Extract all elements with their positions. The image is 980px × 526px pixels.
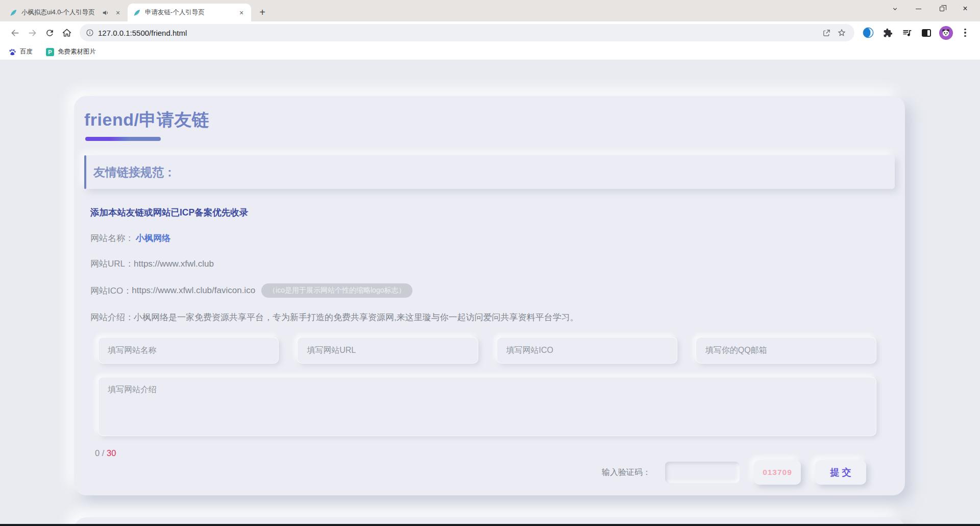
playlist-extension-icon[interactable] (898, 24, 916, 41)
profile-avatar[interactable] (937, 24, 954, 41)
page-title: friend/申请友链 (84, 108, 895, 132)
site-info-icon[interactable] (86, 29, 94, 37)
bookmark-label: 百度 (20, 47, 33, 56)
section-accent-bar (84, 155, 86, 189)
audio-playing-icon[interactable] (102, 9, 109, 16)
tab-title: 申请友链-个人引导页 (145, 8, 233, 17)
site-url-input[interactable] (297, 337, 478, 364)
char-counter-max: 30 (107, 448, 116, 458)
site-name-value: 小枫网络 (136, 232, 170, 244)
qq-email-input[interactable] (696, 337, 876, 364)
site-desc-label: 网站介绍： (90, 312, 134, 323)
new-tab-button[interactable]: + (255, 5, 270, 19)
tab-strip: 小枫拟态ui4.0-个人引导页 × 申请友链-个人引导页 × + × (0, 0, 980, 21)
tab-search-chevron-icon[interactable] (883, 0, 906, 17)
section-header: 友情链接规范： (93, 164, 176, 180)
forward-icon[interactable] (23, 24, 41, 41)
captcha-label: 输入验证码： (602, 467, 651, 478)
window-minimize-button[interactable] (906, 0, 930, 17)
tab-home[interactable]: 小枫拟态ui4.0-个人引导页 × (4, 4, 128, 21)
baidu-paw-icon (8, 48, 16, 56)
site-description-textarea[interactable] (98, 377, 876, 436)
tab-close-icon[interactable]: × (113, 8, 122, 17)
rules-headline: 添加本站友链或网站已ICP备案优先收录 (90, 206, 248, 219)
window-close-button[interactable]: × (953, 0, 977, 17)
side-panel-icon[interactable] (918, 24, 935, 41)
browser-toolbar: 127.0.0.1:5500/friend.html (0, 21, 980, 44)
captcha-input[interactable] (665, 462, 740, 483)
char-counter: 0 / 30 (95, 448, 895, 458)
bookmark-free-assets[interactable]: P 免费素材图片 (46, 47, 96, 56)
tab-title: 小枫拟态ui4.0-个人引导页 (21, 8, 98, 17)
site-url-value: https://www.xfwl.club (134, 259, 214, 269)
site-desc-value: 小枫网络是一家免费资源共享平台，专为新手打造的免费共享资源网,来这里璇与你一起访… (134, 312, 579, 323)
tab-close-icon[interactable]: × (237, 8, 246, 17)
extensions-puzzle-icon[interactable] (879, 24, 896, 41)
submit-button[interactable]: 提 交 (815, 460, 866, 485)
tab-friend-page[interactable]: 申请友链-个人引导页 × (128, 4, 251, 21)
p-badge-icon: P (46, 48, 54, 56)
site-name-label: 网站名称： (90, 232, 134, 244)
bookmark-baidu[interactable]: 百度 (8, 47, 33, 56)
share-icon[interactable] (819, 25, 834, 40)
captcha-code[interactable]: 013709 (754, 460, 801, 485)
reload-icon[interactable] (41, 24, 58, 41)
bookmark-star-icon[interactable] (834, 25, 849, 40)
site-name-input[interactable] (98, 337, 279, 364)
link-rules: 添加本站友链或网站已ICP备案优先收录 网站名称： 小枫网络 网站URL： ht… (90, 206, 895, 323)
site-url-label: 网站URL： (90, 258, 134, 270)
friend-form-inputs (98, 337, 876, 364)
address-bar[interactable]: 127.0.0.1:5500/friend.html (80, 24, 854, 41)
ico-note-badge: （ico是用于展示网站个性的缩略logo标志） (261, 283, 412, 298)
home-icon[interactable] (58, 24, 76, 41)
bookmarks-bar: 百度 P 免费素材图片 (0, 44, 980, 60)
site-ico-value: https://www.xfwl.club/favicon.ico (132, 285, 255, 296)
browser-menu-icon[interactable] (957, 24, 974, 41)
download-manager-extension-icon[interactable] (860, 24, 877, 41)
page-content: friend/申请友链 友情链接规范： 添加本站友链或网站已ICP备案优先收录 … (0, 60, 980, 526)
captcha-row: 输入验证码： 013709 提 交 (84, 460, 866, 485)
back-icon[interactable] (6, 24, 23, 41)
friend-form-card: friend/申请友链 友情链接规范： 添加本站友链或网站已ICP备案优先收录 … (74, 96, 905, 495)
screen-bottom-edge (0, 524, 980, 526)
section-header-panel: 友情链接规范： (84, 155, 895, 189)
site-favicon-icon (133, 9, 141, 17)
char-counter-current: 0 / (95, 448, 104, 458)
site-favicon-icon (9, 9, 17, 17)
title-underline (85, 137, 161, 141)
window-restore-button[interactable] (930, 0, 953, 17)
bookmark-label: 免费素材图片 (58, 47, 96, 56)
site-ico-label: 网站ICO： (90, 285, 132, 297)
site-ico-input[interactable] (497, 337, 677, 364)
url-text[interactable]: 127.0.0.1:5500/friend.html (98, 29, 819, 37)
